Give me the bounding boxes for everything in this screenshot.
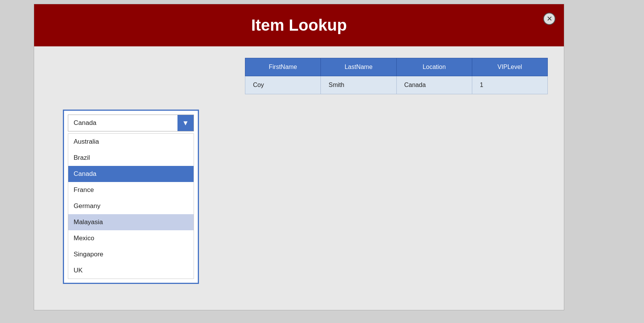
table-header-row: FirstNameLastNameLocationVIPLevel (245, 58, 548, 76)
app-window: Item Lookup ✕ FirstNameLastNameLocationV… (34, 4, 564, 310)
dropdown-select[interactable]: Canada ▼ (68, 115, 194, 131)
title-bar: Item Lookup (34, 4, 564, 46)
dropdown-list[interactable]: AustraliaBrazilCanadaFranceGermanyMalaya… (68, 133, 194, 279)
dropdown-item[interactable]: France (68, 182, 194, 198)
dropdown-item[interactable]: Brazil (68, 150, 194, 166)
table-header-cell: LastName (321, 58, 396, 76)
dropdown-item[interactable]: Mexico (68, 230, 194, 246)
dropdown-arrow-icon[interactable]: ▼ (177, 115, 194, 131)
content-area: FirstNameLastNameLocationVIPLevel CoySmi… (34, 46, 564, 69)
table-header-cell: VIPLevel (472, 58, 547, 76)
dropdown-selected-text: Canada (68, 115, 177, 131)
table-header-cell: Location (396, 58, 472, 76)
data-table: FirstNameLastNameLocationVIPLevel CoySmi… (245, 58, 548, 94)
table-cell: Smith (321, 76, 396, 94)
table-cell: Canada (396, 76, 472, 94)
dropdown-item[interactable]: Singapore (68, 246, 194, 262)
app-title: Item Lookup (251, 16, 347, 34)
dropdown-item[interactable]: Australia (68, 134, 194, 150)
table-row: CoySmithCanada1 (245, 76, 548, 94)
dropdown-item[interactable]: Canada (68, 166, 194, 182)
dropdown-container: Canada ▼ AustraliaBrazilCanadaFranceGerm… (63, 110, 199, 284)
table-body: CoySmithCanada1 (245, 76, 548, 94)
table-header-cell: FirstName (245, 58, 321, 76)
dropdown-item[interactable]: Malayasia (68, 214, 194, 230)
dropdown-item[interactable]: Germany (68, 198, 194, 214)
table-cell: Coy (245, 76, 321, 94)
close-button[interactable]: ✕ (543, 13, 555, 25)
table-cell: 1 (472, 76, 547, 94)
dropdown-item[interactable]: UK (68, 262, 194, 279)
